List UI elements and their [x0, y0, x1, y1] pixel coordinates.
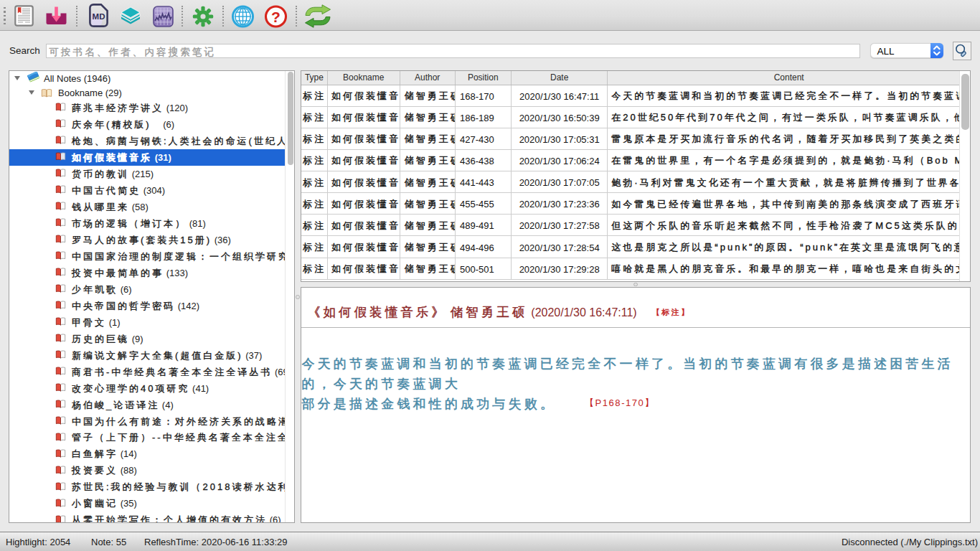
svg-text:?: ?: [271, 9, 281, 25]
svg-text:MD: MD: [92, 12, 105, 21]
